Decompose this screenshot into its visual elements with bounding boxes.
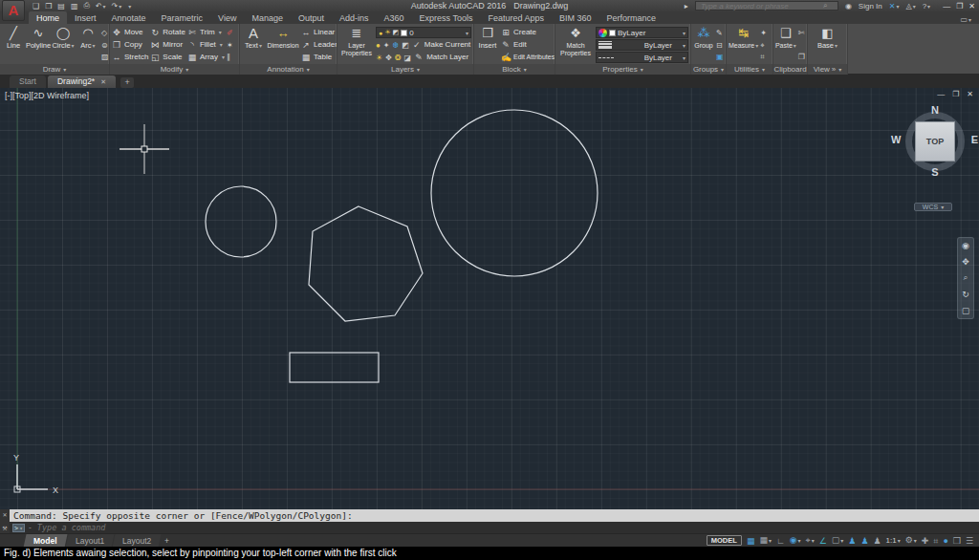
- exchange-apps-icon[interactable]: ✕: [889, 2, 900, 11]
- viewcube[interactable]: TOP N S W E WCS: [901, 107, 969, 222]
- rotate-button[interactable]: ↻Rotate: [150, 27, 185, 38]
- save-as-button[interactable]: ▥: [71, 2, 78, 11]
- graphics-performance-toggle[interactable]: ●: [943, 535, 947, 547]
- tab-parametric[interactable]: Parametric: [154, 11, 211, 24]
- annotation-autoscale-toggle[interactable]: ♟: [860, 535, 868, 547]
- panel-footer-layers[interactable]: Layers: [337, 64, 473, 75]
- viewport-restore-icon[interactable]: ❐: [952, 90, 959, 98]
- layer-select-dropdown[interactable]: ● ☀ ◩ 0: [376, 27, 471, 38]
- undo-button[interactable]: ↶: [96, 2, 106, 11]
- quick-calculator-button[interactable]: ⌗: [760, 52, 767, 62]
- close-button[interactable]: ✕: [968, 2, 975, 11]
- mirror-button[interactable]: ⋈Mirror: [150, 39, 185, 51]
- panel-footer-utilities[interactable]: Utilities: [727, 64, 772, 75]
- line-button[interactable]: ╱ Line: [2, 26, 25, 64]
- edit-attributes-button[interactable]: ✍Edit Attributes: [501, 52, 555, 63]
- explode-button[interactable]: ✶: [227, 40, 233, 51]
- clean-screen-toggle[interactable]: ❒: [953, 535, 961, 547]
- tab-output[interactable]: Output: [291, 11, 332, 24]
- table-button[interactable]: ▦Table: [301, 52, 337, 63]
- tab-performance[interactable]: Performance: [598, 11, 664, 24]
- viewport-controls-label[interactable]: [-][Top][2D Wireframe]: [5, 91, 89, 100]
- viewcube-north[interactable]: N: [901, 104, 969, 116]
- base-button[interactable]: ◧ Base: [816, 26, 839, 64]
- panel-footer-view[interactable]: View»: [808, 64, 847, 75]
- plot-button[interactable]: ⎙: [83, 1, 89, 11]
- command-customize-icon[interactable]: ⚒: [2, 525, 7, 531]
- linear-button[interactable]: ↔Linear: [301, 27, 337, 38]
- units-button[interactable]: ⌗: [933, 535, 938, 547]
- qat-customize-button[interactable]: [127, 2, 131, 11]
- app-menu-button[interactable]: A: [2, 0, 25, 21]
- tab-home[interactable]: Home: [29, 11, 67, 24]
- lineweight-dropdown[interactable]: ByLayer: [596, 39, 688, 51]
- layer-properties-button[interactable]: ≣ LayerProperties: [339, 26, 374, 64]
- showmotion-icon[interactable]: ▢: [962, 306, 970, 315]
- object-snap-toggle[interactable]: ⌖: [806, 534, 815, 547]
- tab-a360[interactable]: A360: [377, 11, 412, 24]
- leader-button[interactable]: ↗Leader: [301, 39, 337, 51]
- minimize-button[interactable]: —: [943, 2, 950, 11]
- snap-toggle[interactable]: ▦: [747, 535, 755, 547]
- command-close-icon[interactable]: ✕: [2, 511, 7, 518]
- viewport-close-icon[interactable]: ✕: [967, 90, 973, 98]
- panel-footer-draw[interactable]: Draw: [0, 64, 109, 75]
- search-input[interactable]: [699, 1, 823, 11]
- annotation-scale-value[interactable]: 1:1: [886, 536, 901, 545]
- offset-button[interactable]: ∥: [227, 52, 233, 62]
- layer-thaw-button[interactable]: ❂: [395, 53, 402, 63]
- new-layout-button[interactable]: +: [164, 536, 169, 546]
- quick-select-button[interactable]: ✦: [760, 28, 767, 38]
- layer-lock-button[interactable]: ◩: [402, 40, 409, 51]
- arc-button[interactable]: ◠ Arc: [76, 26, 99, 64]
- ribbon-display-toggle[interactable]: ▭: [960, 15, 971, 24]
- viewcube-south[interactable]: S: [901, 166, 969, 178]
- customization-button[interactable]: ☰: [966, 535, 973, 547]
- annotation-scale-icon[interactable]: ♟: [873, 535, 881, 547]
- save-button[interactable]: ▤: [57, 2, 65, 11]
- panel-footer-groups[interactable]: Groups: [691, 64, 726, 75]
- annotation-visibility-toggle[interactable]: ♟: [848, 535, 856, 547]
- tab-manage[interactable]: Manage: [244, 11, 291, 24]
- copy-clip-button[interactable]: ❐: [798, 52, 805, 62]
- polar-tracking-toggle[interactable]: ◉: [790, 534, 801, 547]
- wcs-dropdown[interactable]: WCS: [914, 203, 952, 211]
- stretch-button[interactable]: ↔Stretch: [112, 52, 148, 63]
- layout-tab-layout2[interactable]: Layout2: [112, 534, 161, 548]
- command-prompt-icon[interactable]: >: [12, 524, 25, 532]
- a360-icon[interactable]: ◬: [905, 2, 915, 11]
- paste-button[interactable]: ❑ Paste: [775, 26, 796, 64]
- layer-isolate-button[interactable]: ✦: [383, 40, 390, 51]
- edit-block-button[interactable]: ✎Edit: [501, 39, 555, 51]
- text-button[interactable]: A Text: [242, 26, 265, 64]
- fillet-button[interactable]: ◝Fillet: [187, 39, 225, 51]
- tab-insert[interactable]: Insert: [67, 11, 104, 24]
- array-button[interactable]: ▦Array: [187, 52, 225, 63]
- search-icon[interactable]: ⌕: [823, 1, 827, 11]
- layer-freeze-button[interactable]: ❆: [393, 40, 400, 51]
- cut-button[interactable]: ✄: [798, 28, 805, 38]
- tab-annotate[interactable]: Annotate: [104, 11, 154, 24]
- workspace-switching-button[interactable]: ⚙: [905, 534, 917, 547]
- drawing-canvas[interactable]: Y X [-][Top][2D Wireframe] — ❐ ✕ TOP N S…: [0, 88, 979, 509]
- object-color-dropdown[interactable]: ByLayer: [596, 27, 688, 38]
- erase-button[interactable]: ✐: [227, 28, 233, 38]
- viewcube-east[interactable]: E: [971, 134, 978, 145]
- tab-addins[interactable]: Add-ins: [332, 11, 377, 24]
- measure-button[interactable]: ↹ Measure: [729, 26, 758, 64]
- file-tab-drawing2[interactable]: Drawing2* ✕: [48, 75, 116, 88]
- open-button[interactable]: ❒: [45, 2, 52, 11]
- ungroup-button[interactable]: ⊟: [716, 40, 724, 51]
- group-button[interactable]: ⁂ Group: [693, 26, 714, 64]
- scale-button[interactable]: ◱Scale: [150, 52, 185, 63]
- match-properties-button[interactable]: ❖ MatchProperties: [557, 26, 594, 64]
- file-tab-close-icon[interactable]: ✕: [100, 75, 106, 88]
- copy-button[interactable]: ❐Copy: [112, 39, 148, 51]
- tab-view[interactable]: View: [210, 11, 244, 24]
- layer-unlock-button[interactable]: ◪: [404, 53, 412, 63]
- panel-footer-clipboard[interactable]: Clipboard: [773, 64, 807, 75]
- insert-button[interactable]: ❒ Insert: [476, 26, 499, 64]
- command-input[interactable]: [35, 522, 979, 533]
- viewport-minimize-icon[interactable]: —: [937, 90, 945, 98]
- grid-toggle[interactable]: ▦: [759, 534, 772, 547]
